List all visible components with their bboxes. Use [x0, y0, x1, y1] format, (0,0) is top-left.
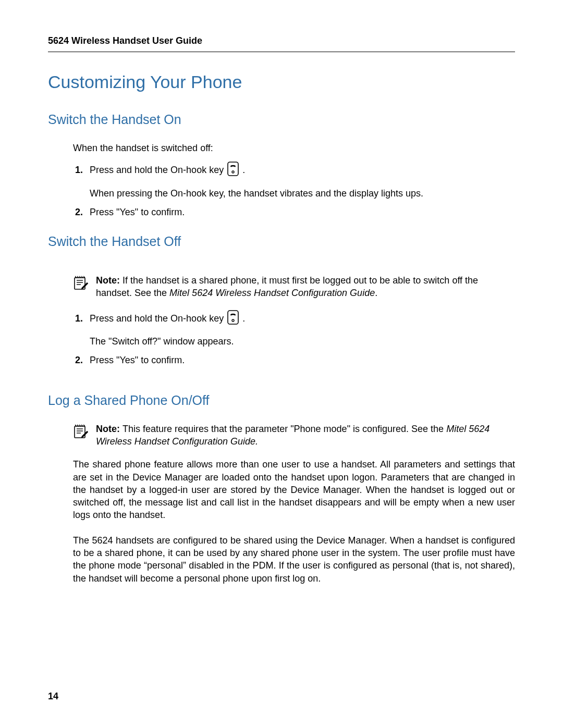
- list-item: Press and hold the On-hook key . The "Sw…: [85, 310, 515, 348]
- note-block: Note: If the handset is a shared phone, …: [73, 274, 515, 300]
- chapter-title: Customizing Your Phone: [48, 72, 515, 92]
- note-block: Note: This feature requires that the par…: [73, 423, 515, 448]
- page-number: 14: [48, 691, 58, 702]
- step-text: Press "Yes" to confirm.: [90, 355, 185, 365]
- note-text: Note: If the handset is a shared phone, …: [96, 274, 515, 300]
- note-text: Note: This feature requires that the par…: [96, 423, 515, 448]
- note-body: This feature requires that the parameter…: [123, 424, 446, 434]
- paragraph: The shared phone feature allows more tha…: [73, 458, 515, 521]
- svg-point-7: [232, 319, 234, 322]
- svg-rect-6: [228, 311, 238, 324]
- list-item: Press and hold the On-hook key . When pr…: [85, 162, 515, 200]
- running-header: 5624 Wireless Handset User Guide: [48, 35, 515, 52]
- note-end: .: [375, 288, 377, 298]
- svg-rect-0: [228, 162, 238, 176]
- note-italic: Mitel 5624 Wireless Handset Configuratio…: [169, 288, 375, 298]
- step-text: Press "Yes" to confirm.: [90, 207, 185, 217]
- section-switch-on-heading: Switch the Handset On: [48, 112, 515, 127]
- document-page: 5624 Wireless Handset User Guide Customi…: [0, 0, 563, 728]
- substep-text: When pressing the On-hook key, the hands…: [90, 187, 515, 200]
- substep-text: The "Switch off?" window appears.: [90, 335, 515, 348]
- steps-list: Press and hold the On-hook key . When pr…: [73, 162, 515, 218]
- step-text: Press and hold the On-hook key: [90, 313, 226, 324]
- steps-list: Press and hold the On-hook key . The "Sw…: [73, 310, 515, 367]
- list-item: Press "Yes" to confirm.: [85, 354, 515, 366]
- on-hook-key-icon: [227, 162, 239, 179]
- section-switch-on-body: When the handset is switched off: Press …: [73, 142, 515, 218]
- note-label: Note:: [96, 275, 123, 286]
- step-text-post: .: [242, 165, 245, 175]
- note-icon: [73, 424, 89, 442]
- list-item: Press "Yes" to confirm.: [85, 206, 515, 218]
- svg-point-1: [232, 171, 234, 173]
- on-hook-key-icon: [227, 310, 239, 328]
- section-log-shared-body: Note: This feature requires that the par…: [73, 423, 515, 585]
- note-icon: [73, 275, 89, 294]
- note-label: Note:: [96, 424, 123, 434]
- step-text: Press and hold the On-hook key: [90, 165, 226, 175]
- intro-text: When the handset is switched off:: [73, 142, 515, 154]
- section-switch-off-heading: Switch the Handset Off: [48, 234, 515, 249]
- step-text-post: .: [242, 313, 245, 324]
- section-log-shared-heading: Log a Shared Phone On/Off: [48, 393, 515, 408]
- section-switch-off-body: Note: If the handset is a shared phone, …: [73, 274, 515, 366]
- paragraph: The 5624 handsets are configured to be s…: [73, 534, 515, 585]
